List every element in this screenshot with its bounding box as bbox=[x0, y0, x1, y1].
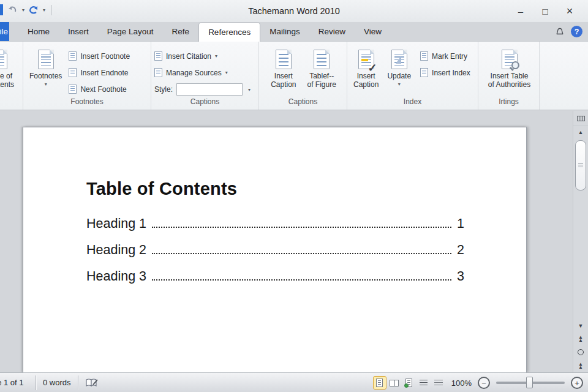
combo-caret-icon: ▾ bbox=[248, 88, 251, 92]
tab-insert[interactable]: Insert bbox=[59, 22, 98, 41]
table-of-figures-button[interactable]: Tablef-- of Figure bbox=[304, 45, 339, 97]
captions-group-label: Captions bbox=[259, 97, 347, 110]
print-layout-view-button[interactable] bbox=[373, 376, 386, 390]
insert-caption-button[interactable]: Insert Caption bbox=[268, 45, 299, 97]
toc-entry-page: 2 bbox=[457, 241, 464, 258]
footnotes-button[interactable]: Footnotes ▾ bbox=[26, 45, 65, 97]
manage-sources-label: Manage Sources bbox=[166, 69, 222, 77]
table-of-contents-icon bbox=[0, 50, 7, 69]
fullscreen-reading-view-button[interactable] bbox=[388, 376, 401, 390]
previous-page-button[interactable]: ▲▲ bbox=[573, 332, 588, 345]
web-layout-icon bbox=[405, 379, 412, 387]
mark-entry-label: Mark Entry bbox=[432, 52, 467, 61]
insert-index-label: Insert Index bbox=[432, 69, 470, 77]
scroll-down-button[interactable]: ▼ bbox=[573, 320, 588, 332]
toc-button-label-line1: Table of bbox=[0, 72, 12, 80]
tab-home[interactable]: Home bbox=[18, 22, 59, 41]
insert-citation-button[interactable]: Insert Citation ▾ bbox=[154, 50, 243, 62]
mark-entry-button[interactable]: Mark Entry bbox=[420, 50, 470, 62]
ribbon-group-index: ✓ Insert Caption Update ▾ Mark Entry bbox=[347, 42, 478, 110]
proofing-book-icon bbox=[85, 378, 99, 388]
next-page-button[interactable]: ▲▲ bbox=[573, 359, 588, 372]
scrollbar-track[interactable] bbox=[575, 139, 586, 319]
next-footnote-icon bbox=[69, 85, 77, 94]
insert-footnote-button[interactable]: Insert Footnote bbox=[69, 50, 130, 62]
footnotes-icon bbox=[38, 50, 54, 69]
notification-bell-icon[interactable] bbox=[556, 28, 564, 36]
window-controls: – □ × bbox=[508, 0, 582, 22]
style-combobox[interactable]: ▾ bbox=[176, 83, 243, 96]
insert-caption-label-line1: Insert bbox=[274, 72, 293, 80]
minimize-button[interactable]: – bbox=[508, 0, 533, 22]
toc-entry-label: Heading 2 bbox=[86, 241, 146, 258]
ribbon-empty-space bbox=[540, 42, 588, 110]
tab-row-extras: ? bbox=[556, 22, 582, 41]
browse-object-icon bbox=[578, 349, 584, 355]
table-of-contents-button[interactable]: Table of Contents bbox=[0, 45, 23, 110]
zoom-slider-track[interactable] bbox=[496, 382, 565, 384]
manage-sources-button[interactable]: Manage Sources ▾ bbox=[154, 66, 243, 79]
check-icon: ✓ bbox=[368, 64, 377, 72]
next-footnote-button[interactable]: Next Foothote bbox=[69, 83, 130, 96]
footnotes-small-buttons: Insert Footnote Insert Endnote Next Foot… bbox=[69, 45, 130, 97]
tab-page-layout[interactable]: Page Layout bbox=[98, 22, 163, 41]
triangle-accent bbox=[396, 56, 401, 64]
scroll-up-button[interactable]: ▲ bbox=[573, 126, 588, 138]
table-of-authorities-icon bbox=[502, 50, 518, 69]
dot-leader bbox=[152, 253, 451, 254]
tab-file[interactable]: File bbox=[0, 22, 9, 41]
index-insert-caption-icon: ✓ bbox=[358, 50, 374, 69]
draft-view-button[interactable] bbox=[432, 376, 445, 390]
citations-group-label: Captions bbox=[151, 97, 258, 110]
page-indicator[interactable]: Page 1 of 1 bbox=[0, 373, 36, 392]
table-of-figures-label-line1: Tablef-- bbox=[309, 72, 334, 80]
footnotes-button-label: Footnotes bbox=[29, 72, 62, 80]
document-workspace: Table of Contents Heading 1 1 Heading 2 … bbox=[0, 111, 573, 372]
manage-sources-icon bbox=[154, 68, 162, 77]
toc-entry[interactable]: Heading 3 3 bbox=[86, 268, 464, 285]
toc-entry-label: Heading 3 bbox=[86, 268, 146, 285]
table-of-figures-label-line2: of Figure bbox=[307, 80, 336, 89]
insert-endnote-button[interactable]: Insert Endnote bbox=[69, 66, 130, 79]
insert-table-of-authorities-button[interactable]: Insert Table of Authorities bbox=[485, 45, 533, 97]
authorities-label-line2: of Authorities bbox=[488, 80, 530, 89]
word-count[interactable]: 0 words bbox=[36, 373, 78, 392]
tab-references[interactable]: References bbox=[198, 22, 260, 42]
toc-entry-label: Heading 1 bbox=[86, 215, 146, 232]
tab-view[interactable]: View bbox=[355, 22, 391, 41]
ribbon-group-footnotes: Footnotes ▾ Insert Footnote Insert Endno… bbox=[23, 42, 151, 110]
dropdown-caret-icon: ▾ bbox=[215, 54, 217, 59]
insert-citation-icon bbox=[154, 51, 162, 61]
maximize-button[interactable]: □ bbox=[533, 0, 557, 22]
scrollbar-thumb[interactable] bbox=[575, 140, 586, 190]
update-label: Update bbox=[387, 72, 411, 80]
globe-dot bbox=[404, 383, 409, 388]
tab-review[interactable]: Review bbox=[309, 22, 355, 41]
zoom-slider-thumb[interactable] bbox=[526, 377, 533, 388]
insert-caption-icon bbox=[276, 50, 292, 69]
double-chevron-up-icon: ▲▲ bbox=[578, 336, 583, 342]
proofing-status-button[interactable] bbox=[78, 373, 105, 392]
close-button[interactable]: × bbox=[557, 0, 582, 22]
tab-mailings[interactable]: Mailings bbox=[260, 22, 309, 41]
authorities-label-line1: Insert Table bbox=[491, 72, 529, 80]
insert-citation-label: Insert Citation bbox=[166, 52, 211, 61]
select-browse-object-button[interactable] bbox=[573, 345, 588, 359]
style-row: Style: ▾ bbox=[154, 83, 243, 96]
zoom-level[interactable]: 100% bbox=[451, 379, 472, 388]
toc-entry[interactable]: Heading 1 1 bbox=[86, 215, 464, 232]
zoom-in-button[interactable]: + bbox=[571, 377, 583, 389]
outline-view-icon bbox=[420, 380, 428, 386]
help-icon[interactable]: ? bbox=[571, 26, 582, 37]
toc-entry[interactable]: Heading 2 2 bbox=[86, 241, 464, 258]
document-page[interactable]: Table of Contents Heading 1 1 Heading 2 … bbox=[23, 127, 527, 372]
zoom-out-button[interactable]: − bbox=[478, 377, 490, 389]
tab-refe[interactable]: Refe bbox=[163, 22, 199, 41]
title-bar: ▾ ▾ Tachemann Word 2010 – □ × bbox=[0, 0, 588, 22]
ruler-toggle-button[interactable] bbox=[573, 111, 588, 126]
update-button[interactable]: Update ▾ bbox=[384, 45, 414, 97]
outline-view-button[interactable] bbox=[417, 376, 431, 390]
index-insert-caption-button[interactable]: ✓ Insert Caption bbox=[350, 45, 382, 97]
web-layout-view-button[interactable] bbox=[402, 376, 416, 390]
insert-index-button[interactable]: Insert Index bbox=[420, 66, 470, 79]
